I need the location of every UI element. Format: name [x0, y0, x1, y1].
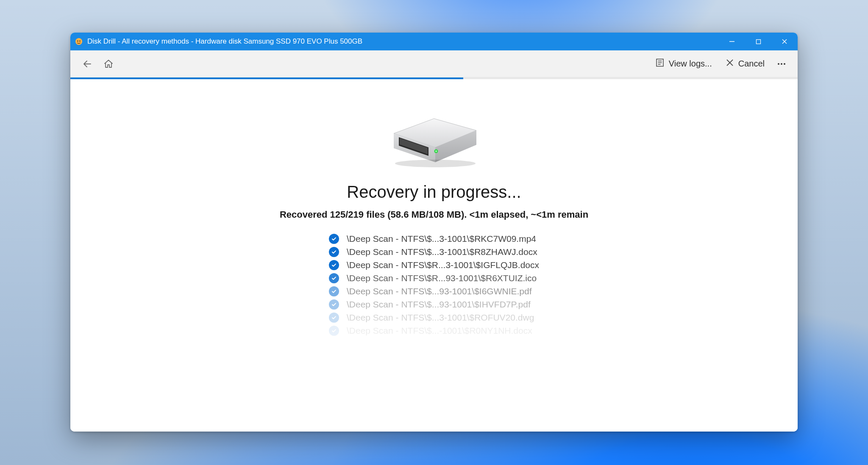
disk-illustration [379, 108, 489, 172]
svg-point-18 [395, 160, 476, 167]
logs-icon [655, 58, 665, 69]
file-row: \Deep Scan - NTFS\$R...93-1001\$R6XTUIZ.… [329, 273, 537, 283]
svg-rect-4 [756, 39, 760, 44]
check-icon [329, 234, 339, 244]
file-path: \Deep Scan - NTFS\$R...93-1001\$R6XTUIZ.… [347, 273, 537, 283]
file-path: \Deep Scan - NTFS\$...3-1001\$RKC7W09.mp… [347, 234, 536, 244]
svg-point-14 [781, 63, 782, 65]
app-icon [75, 37, 83, 46]
home-button[interactable] [99, 55, 118, 73]
view-logs-label: View logs... [669, 59, 712, 69]
svg-point-13 [778, 63, 779, 65]
back-button[interactable] [78, 55, 97, 73]
cancel-label: Cancel [738, 59, 765, 69]
window-title: Disk Drill - All recovery methods - Hard… [87, 37, 719, 46]
svg-point-2 [79, 41, 81, 42]
svg-point-0 [75, 38, 82, 45]
arrow-left-icon [82, 59, 92, 69]
file-row: \Deep Scan - NTFS\$...93-1001\$IHVFD7P.p… [329, 299, 531, 310]
file-path: \Deep Scan - NTFS\$...-1001\$R0NY1NH.doc… [347, 326, 532, 336]
home-icon [103, 59, 114, 69]
svg-point-15 [784, 63, 785, 65]
more-icon [776, 59, 787, 69]
file-row: \Deep Scan - NTFS\$...3-1001\$RKC7W09.mp… [329, 234, 536, 244]
cancel-button[interactable]: Cancel [720, 55, 771, 72]
close-button[interactable] [771, 33, 798, 50]
view-logs-button[interactable]: View logs... [649, 55, 718, 73]
toolbar: View logs... Cancel [70, 50, 798, 78]
close-icon [782, 39, 787, 44]
file-row: \Deep Scan - NTFS\$...3-1001\$R8ZHAWJ.do… [329, 247, 537, 257]
file-path: \Deep Scan - NTFS\$...93-1001\$IHVFD7P.p… [347, 299, 531, 310]
more-button[interactable] [772, 55, 791, 73]
check-icon [329, 326, 339, 336]
check-icon [329, 273, 339, 283]
check-icon [329, 313, 339, 323]
minimize-icon [729, 39, 735, 44]
recovery-status: Recovered 125/219 files (58.6 MB/108 MB)… [280, 209, 588, 220]
fade-overlay [70, 321, 798, 432]
check-icon [329, 247, 339, 257]
recovery-headline: Recovery in progress... [347, 183, 521, 202]
file-row: \Deep Scan - NTFS\$...93-1001\$I6GWNIE.p… [329, 286, 532, 296]
app-window: Disk Drill - All recovery methods - Hard… [70, 33, 798, 432]
maximize-button[interactable] [745, 33, 771, 50]
check-icon [329, 260, 339, 270]
main-content: Recovery in progress... Recovered 125/21… [70, 79, 798, 432]
file-row: \Deep Scan - NTFS\$...-1001\$R0NY1NH.doc… [329, 326, 532, 336]
window-controls [719, 33, 798, 50]
check-icon [329, 286, 339, 296]
file-path: \Deep Scan - NTFS\$...3-1001\$R8ZHAWJ.do… [347, 247, 537, 257]
titlebar[interactable]: Disk Drill - All recovery methods - Hard… [70, 33, 798, 50]
recovered-files-list: \Deep Scan - NTFS\$...3-1001\$RKC7W09.mp… [329, 234, 539, 336]
file-row: \Deep Scan - NTFS\$...3-1001\$ROFUV20.dw… [329, 313, 534, 323]
check-icon [329, 299, 339, 310]
file-path: \Deep Scan - NTFS\$R...3-1001\$IGFLQJB.d… [347, 260, 539, 270]
file-path: \Deep Scan - NTFS\$...3-1001\$ROFUV20.dw… [347, 313, 534, 323]
file-row: \Deep Scan - NTFS\$R...3-1001\$IGFLQJB.d… [329, 260, 539, 270]
svg-point-1 [77, 41, 78, 42]
minimize-button[interactable] [719, 33, 745, 50]
cancel-icon [726, 58, 734, 69]
maximize-icon [756, 39, 761, 44]
svg-point-17 [435, 150, 437, 152]
file-path: \Deep Scan - NTFS\$...93-1001\$I6GWNIE.p… [347, 286, 532, 296]
